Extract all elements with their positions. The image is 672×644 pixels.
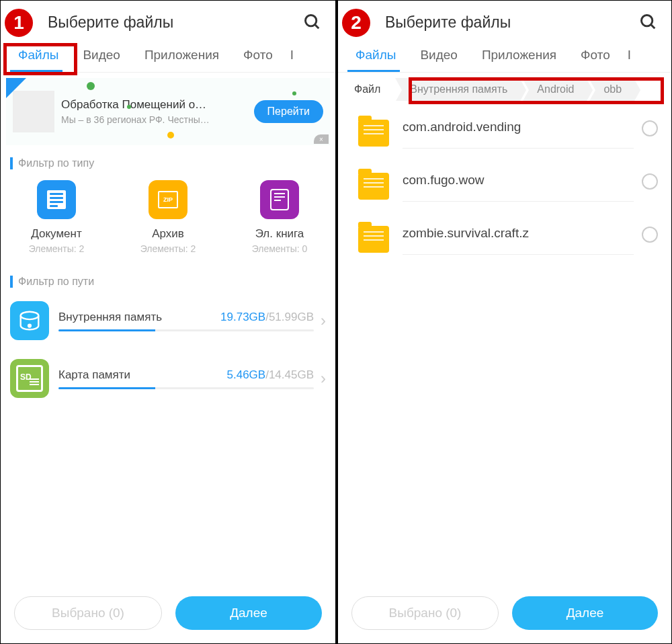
type-count: Элементы: 2 xyxy=(118,243,218,254)
storage-total: /51.99GB xyxy=(265,311,314,323)
svg-point-0 xyxy=(306,15,317,26)
folder-name: com.fugo.wow xyxy=(403,170,634,202)
crumb-root[interactable]: Файл xyxy=(345,78,392,101)
type-archive[interactable]: ZIP Архив Элементы: 2 xyxy=(118,180,218,254)
storage-bar xyxy=(58,387,314,389)
type-label: Эл. книга xyxy=(229,227,330,241)
storage-total: /14.45GB xyxy=(265,368,314,381)
storage-info: Карта памяти 5.46GB/14.45GB xyxy=(58,368,314,389)
folder-row[interactable]: zombie.survival.craft.z xyxy=(338,212,671,266)
selected-button[interactable]: Выбрано (0) xyxy=(14,596,162,630)
storage-sd[interactable]: SD Карта памяти 5.46GB/14.45GB › xyxy=(1,350,335,407)
type-label: Архив xyxy=(118,227,218,241)
ad-ribbon-icon xyxy=(6,78,26,98)
svg-point-2 xyxy=(21,312,39,319)
type-filters: Документ Элементы: 2 ZIP Архив Элементы:… xyxy=(1,173,335,264)
tab-more[interactable]: I xyxy=(622,38,632,72)
tab-apps[interactable]: Приложения xyxy=(470,38,569,72)
storage-name: Карта памяти xyxy=(58,368,130,382)
tab-photo[interactable]: Фото xyxy=(231,38,285,72)
type-label: Документ xyxy=(6,227,107,241)
select-radio[interactable] xyxy=(642,227,658,243)
storage-name: Внутренняя память xyxy=(58,311,162,324)
section-filter-type: Фильтр по типу xyxy=(1,145,335,173)
step-badge-1: 1 xyxy=(3,7,34,38)
type-count: Элементы: 0 xyxy=(229,243,330,254)
step-badge-2: 2 xyxy=(341,7,372,38)
footer: Выбрано (0) Далее xyxy=(1,587,335,643)
ad-close-icon[interactable]: × xyxy=(314,134,329,144)
ad-banner[interactable]: Обработка Помещений о… Мы – в 36 региона… xyxy=(6,78,330,145)
tab-video[interactable]: Видео xyxy=(408,38,470,72)
select-radio[interactable] xyxy=(642,173,658,190)
header: Выберите файлы xyxy=(1,1,335,38)
folder-icon xyxy=(358,120,389,147)
tab-video[interactable]: Видео xyxy=(71,38,132,72)
storage-used: 19.73GB xyxy=(220,311,265,323)
tab-more[interactable]: I xyxy=(285,38,294,72)
sd-card-icon: SD xyxy=(10,359,49,398)
tab-files[interactable]: Файлы xyxy=(343,38,408,72)
screen-2: 2 Выберите файлы Файлы Видео Приложения … xyxy=(336,0,672,644)
type-ebook[interactable]: Эл. книга Элементы: 0 xyxy=(229,180,330,254)
archive-icon: ZIP xyxy=(149,180,187,219)
screen-1: 1 Выберите файлы Файлы Видео Приложения … xyxy=(0,0,336,644)
tabs-bar: Файлы Видео Приложения Фото I xyxy=(1,38,335,73)
crumb-obb[interactable]: obb xyxy=(589,78,634,101)
next-button[interactable]: Далее xyxy=(175,596,322,630)
breadcrumb: Файл Внутренняя память Android obb xyxy=(338,73,671,106)
ad-go-button[interactable]: Перейти xyxy=(254,100,323,123)
ad-subtitle: Мы – в 36 регионах РФ. Честны… xyxy=(61,114,254,125)
ad-title: Обработка Помещений о… xyxy=(61,98,254,112)
folder-row[interactable]: com.fugo.wow xyxy=(338,159,671,212)
svg-point-3 xyxy=(28,325,31,327)
selected-button[interactable]: Выбрано (0) xyxy=(351,596,499,630)
tab-photo[interactable]: Фото xyxy=(569,38,622,72)
tabs-bar: Файлы Видео Приложения Фото I xyxy=(338,38,671,73)
tab-indicator xyxy=(347,70,400,72)
next-button[interactable]: Далее xyxy=(512,596,658,630)
tab-files[interactable]: Файлы xyxy=(6,38,71,72)
chevron-right-icon: › xyxy=(321,311,326,330)
chevron-right-icon: › xyxy=(321,369,326,388)
folder-icon xyxy=(358,173,389,200)
svg-point-4 xyxy=(642,15,653,26)
document-icon xyxy=(37,180,76,219)
select-radio[interactable] xyxy=(642,120,658,136)
storage-info: Внутренняя память 19.73GB/51.99GB xyxy=(58,311,314,331)
crumb-internal[interactable]: Внутренняя память xyxy=(395,78,519,101)
tab-indicator xyxy=(10,70,62,72)
header: Выберите файлы xyxy=(338,1,671,38)
type-count: Элементы: 2 xyxy=(6,243,107,254)
folder-name: zombie.survival.craft.z xyxy=(403,223,634,255)
type-document[interactable]: Документ Элементы: 2 xyxy=(6,180,107,254)
folder-icon xyxy=(358,226,389,253)
storage-used: 5.46GB xyxy=(227,368,266,381)
search-icon[interactable] xyxy=(639,13,658,32)
storage-internal[interactable]: Внутренняя память 19.73GB/51.99GB › xyxy=(1,292,335,350)
svg-line-5 xyxy=(651,25,655,29)
ebook-icon xyxy=(260,180,299,219)
footer: Выбрано (0) Далее xyxy=(338,587,671,643)
search-icon[interactable] xyxy=(303,13,322,32)
page-title: Выберите файлы xyxy=(385,13,639,32)
disk-icon xyxy=(10,301,49,340)
tab-apps[interactable]: Приложения xyxy=(132,38,231,72)
folder-row[interactable]: com.android.vending xyxy=(338,106,671,159)
page-title: Выберите файлы xyxy=(48,13,303,32)
storage-bar xyxy=(58,329,314,331)
folder-name: com.android.vending xyxy=(403,117,634,149)
svg-line-1 xyxy=(315,25,319,29)
section-filter-path: Фильтр по пути xyxy=(1,264,335,292)
crumb-android[interactable]: Android xyxy=(522,78,586,101)
ad-text: Обработка Помещений о… Мы – в 36 региона… xyxy=(61,98,254,125)
